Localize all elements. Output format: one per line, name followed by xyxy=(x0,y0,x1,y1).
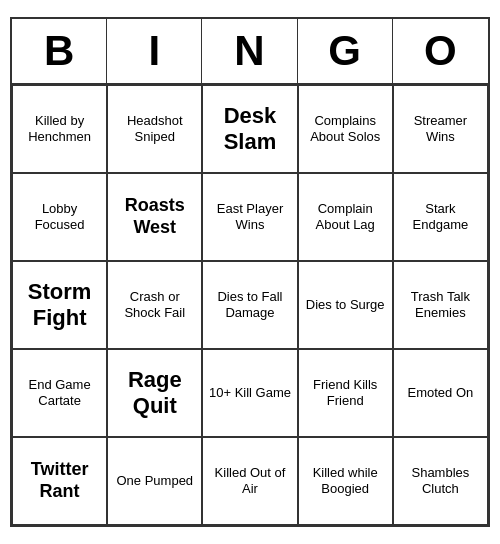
bingo-cell-11: Crash or Shock Fail xyxy=(107,261,202,349)
bingo-cell-16: Rage Quit xyxy=(107,349,202,437)
bingo-cell-20: Twitter Rant xyxy=(12,437,107,525)
bingo-cell-18: Friend Kills Friend xyxy=(298,349,393,437)
bingo-letter-N: N xyxy=(202,19,297,83)
bingo-cell-9: Stark Endgame xyxy=(393,173,488,261)
bingo-cell-13: Dies to Surge xyxy=(298,261,393,349)
bingo-cell-0: Killed by Henchmen xyxy=(12,85,107,173)
bingo-cell-8: Complain About Lag xyxy=(298,173,393,261)
bingo-cell-10: Storm Fight xyxy=(12,261,107,349)
bingo-cell-22: Killed Out of Air xyxy=(202,437,297,525)
bingo-cell-2: Desk Slam xyxy=(202,85,297,173)
bingo-cell-12: Dies to Fall Damage xyxy=(202,261,297,349)
bingo-letter-I: I xyxy=(107,19,202,83)
bingo-cell-21: One Pumped xyxy=(107,437,202,525)
bingo-cell-19: Emoted On xyxy=(393,349,488,437)
bingo-letter-B: B xyxy=(12,19,107,83)
bingo-card: BINGO Killed by HenchmenHeadshot SnipedD… xyxy=(10,17,490,527)
bingo-cell-7: East Player Wins xyxy=(202,173,297,261)
bingo-cell-15: End Game Cartate xyxy=(12,349,107,437)
bingo-cell-14: Trash Talk Enemies xyxy=(393,261,488,349)
bingo-cell-23: Killed while Boogied xyxy=(298,437,393,525)
bingo-cell-3: Complains About Solos xyxy=(298,85,393,173)
bingo-header: BINGO xyxy=(12,19,488,85)
bingo-cell-17: 10+ Kill Game xyxy=(202,349,297,437)
bingo-cell-1: Headshot Sniped xyxy=(107,85,202,173)
bingo-cell-24: Shambles Clutch xyxy=(393,437,488,525)
bingo-grid: Killed by HenchmenHeadshot SnipedDesk Sl… xyxy=(12,85,488,525)
bingo-letter-G: G xyxy=(298,19,393,83)
bingo-cell-4: Streamer Wins xyxy=(393,85,488,173)
bingo-cell-5: Lobby Focused xyxy=(12,173,107,261)
bingo-cell-6: Roasts West xyxy=(107,173,202,261)
bingo-letter-O: O xyxy=(393,19,488,83)
